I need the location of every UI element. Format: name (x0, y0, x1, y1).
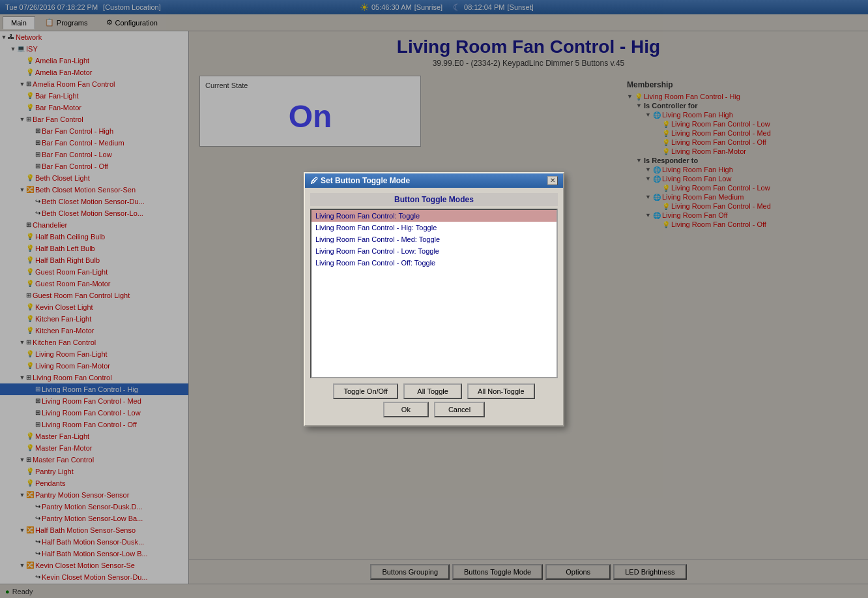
modal-list[interactable]: Living Room Fan Control: ToggleLiving Ro… (310, 209, 558, 378)
modal-list-item-lrfc-toggle[interactable]: Living Room Fan Control: Toggle (311, 210, 557, 222)
modal-list-item-lrfc-med-toggle[interactable]: Living Room Fan Control - Med: Toggle (311, 233, 557, 245)
modal-section-title: Button Toggle Modes (310, 193, 558, 206)
modal-body: Button Toggle Modes Living Room Fan Cont… (305, 188, 563, 425)
modal-overlay: 🖊 Set Button Toggle Mode ✕ Button Toggle… (0, 0, 868, 598)
modal-cancel-btn[interactable]: Cancel (434, 402, 485, 417)
modal-ok-btn[interactable]: Ok (383, 402, 429, 417)
all-toggle-btn[interactable]: All Toggle (403, 383, 462, 399)
all-non-toggle-btn[interactable]: All Non-Toggle (467, 383, 535, 399)
modal-action-row: Toggle On/Off All Toggle All Non-Toggle (310, 383, 558, 399)
modal-list-item-lrfc-hig-toggle[interactable]: Living Room Fan Control - Hig: Toggle (311, 222, 557, 233)
modal-titlebar: 🖊 Set Button Toggle Mode ✕ (305, 173, 563, 188)
modal-ok-row: Ok Cancel (310, 402, 558, 417)
modal-list-item-lrfc-off-toggle[interactable]: Living Room Fan Control - Off: Toggle (311, 257, 557, 269)
modal-close-button[interactable]: ✕ (547, 176, 558, 185)
toggle-on-off-btn[interactable]: Toggle On/Off (333, 383, 398, 399)
set-button-toggle-modal: 🖊 Set Button Toggle Mode ✕ Button Toggle… (304, 172, 564, 426)
modal-title: Set Button Toggle Mode (321, 176, 410, 185)
modal-list-item-lrfc-low-toggle[interactable]: Living Room Fan Control - Low: Toggle (311, 245, 557, 257)
modal-icon: 🖊 (310, 176, 318, 185)
